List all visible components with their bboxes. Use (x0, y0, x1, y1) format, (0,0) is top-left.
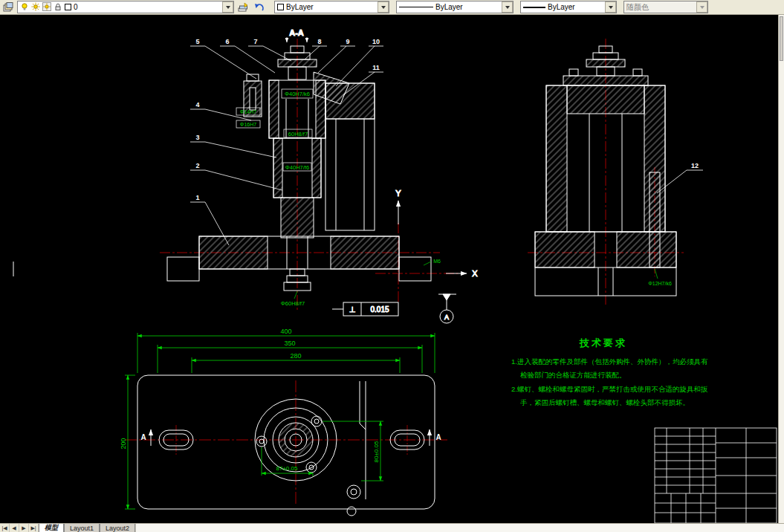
bulb-icon[interactable] (20, 2, 29, 13)
lock-icon[interactable] (54, 2, 62, 13)
plan-dimensions (125, 333, 435, 509)
title-block (655, 428, 777, 523)
axis-y-label: Y (395, 189, 401, 198)
tech-line-4: 手，紧固后螺钉槽、螺母和螺钉、螺栓头部不得损坏。 (520, 398, 690, 406)
datum-letter: A (444, 314, 449, 321)
balloon-11: 11 (372, 64, 380, 71)
tab-nav-last-button[interactable]: ▶| (29, 524, 39, 532)
linetype-combo-arrow[interactable] (502, 1, 513, 13)
tab-layout1-label: Layout1 (70, 525, 94, 532)
lineweight-combo-arrow[interactable] (605, 1, 616, 13)
tab-model-label: 模型 (45, 523, 58, 532)
layer-previous-icon[interactable] (252, 1, 265, 13)
dim-350: 350 (284, 340, 295, 347)
layer-properties-toolbar: 0 ByLayer ByLayer ByLayer 随颜色 (0, 0, 784, 15)
balloon-6: 6 (225, 38, 229, 45)
tab-model[interactable]: 模型 (39, 524, 64, 532)
color-swatch (277, 4, 284, 10)
layout-tab-bar: |◀ ◀ ▶ ▶| 模型 Layout1 Layout2 (0, 523, 784, 532)
tech-line-3: 2.螺钉、螺栓和螺母紧固时，严禁打击或使用不合适的旋具和扳 (511, 385, 708, 393)
tab-layout1[interactable]: Layout1 (64, 524, 100, 532)
horizontal-scrollbar[interactable] (135, 524, 784, 532)
vertical-scrollbar[interactable] (778, 15, 784, 523)
dim-pin12: Φ12H7/k6 (648, 281, 672, 286)
linetype-value: ByLayer (435, 3, 463, 11)
layer-combo-arrow[interactable] (222, 1, 233, 13)
axis-x-label: X (472, 269, 478, 278)
tab-nav-next-button[interactable]: ▶ (19, 524, 29, 532)
section-label: A-A (289, 28, 304, 37)
plan-view[interactable]: A A 400 350 280 200 87±0.05 80±0.05 (120, 328, 447, 516)
layers-stack-icon (3, 2, 13, 13)
balloon-8: 8 (317, 38, 321, 45)
tab-nav-prev-button[interactable]: ◀ (10, 524, 19, 532)
front-dimension-labels: Φ40H7/k6 Φ14H7 Φ16H7 60H8/f7 Φ40H7/f6 Φ6… (236, 89, 441, 307)
section-mark-left: A (140, 433, 146, 441)
vertical-scrollbar-thumb[interactable] (780, 16, 783, 61)
layer-combo[interactable]: 0 (17, 1, 234, 13)
dim-pin-large: Φ16H7 (240, 122, 256, 127)
tech-title: 技术要求 (579, 337, 627, 348)
datum-a: A (438, 294, 456, 323)
color-combo[interactable]: ByLayer (274, 1, 389, 13)
balloon-2: 2 (195, 162, 199, 169)
color-combo-arrow[interactable] (378, 1, 389, 13)
tab-nav-first-button[interactable]: |◀ (0, 524, 10, 532)
tech-line-1: 1.进入装配的零件及部件（包括外购件、外协件），均必须具有 (511, 357, 708, 366)
balloon-1: 1 (195, 194, 199, 201)
tolerance-frame: ⊥ 0.015 (332, 302, 398, 316)
tolerance-symbol: ⊥ (349, 305, 356, 314)
dim-thread: M6 (433, 259, 441, 264)
dim-200: 200 (120, 438, 127, 449)
tech-line-2: 检验部门的合格证方能进行装配。 (520, 371, 626, 379)
balloon-10: 10 (372, 38, 380, 45)
layer-properties-manager-icon[interactable] (1, 1, 15, 13)
freeze-viewport-sun-icon[interactable] (42, 2, 51, 13)
front-section-view[interactable]: A-A (160, 28, 478, 323)
drawing-svg: A-A (0, 15, 778, 523)
balloon-4: 4 (195, 101, 199, 108)
balloon-7: 7 (253, 38, 257, 45)
plot-style-value: 随颜色 (626, 2, 649, 13)
lineweight-value: ByLayer (548, 3, 575, 11)
make-object-layer-current-icon[interactable] (236, 1, 250, 13)
dim-87: 87±0.05 (276, 465, 298, 472)
plan-dimension-texts: 400 350 280 200 87±0.05 80±0.05 (120, 328, 380, 472)
layer-color-swatch[interactable] (65, 4, 71, 10)
linetype-combo[interactable]: ByLayer (396, 1, 514, 13)
drawing-canvas[interactable]: A-A (0, 15, 778, 523)
balloon-9: 9 (346, 38, 349, 45)
freeze-sun-icon[interactable] (31, 2, 40, 13)
dim-bore-top: Φ40H7/k6 (285, 91, 310, 97)
dim-bore-base: Φ60H8/f7 (281, 300, 305, 307)
color-value: ByLayer (286, 3, 314, 11)
section-mark-right: A (435, 433, 441, 441)
tolerance-value: 0.015 (370, 305, 389, 314)
tab-layout2-label: Layout2 (106, 525, 129, 532)
dim-bore-mid: Φ40H7/f6 (285, 164, 309, 171)
balloon-12: 12 (691, 162, 699, 169)
balloon-5: 5 (195, 38, 199, 45)
dim-280: 280 (290, 352, 301, 360)
layer-name: 0 (74, 3, 78, 11)
dim-400: 400 (280, 328, 291, 335)
plot-style-combo-arrow (696, 1, 707, 13)
dim-fit-60: 60H8/f7 (288, 131, 308, 137)
plot-style-combo: 随颜色 (623, 1, 708, 13)
dim-pin-small: Φ14H7 (240, 109, 256, 114)
tech-requirements: 技术要求 1.进入装配的零件及部件（包括外购件、外协件），均必须具有 检验部门的… (511, 337, 708, 406)
balloon-3: 3 (195, 134, 199, 141)
lineweight-sample-line (523, 7, 545, 8)
dim-80: 80±0.05 (373, 441, 380, 462)
side-view[interactable]: 12 Φ12H7/k6 (528, 39, 703, 305)
lineweight-combo[interactable]: ByLayer (520, 1, 617, 13)
tab-layout2[interactable]: Layout2 (100, 524, 135, 532)
linetype-sample-line (399, 7, 433, 7)
